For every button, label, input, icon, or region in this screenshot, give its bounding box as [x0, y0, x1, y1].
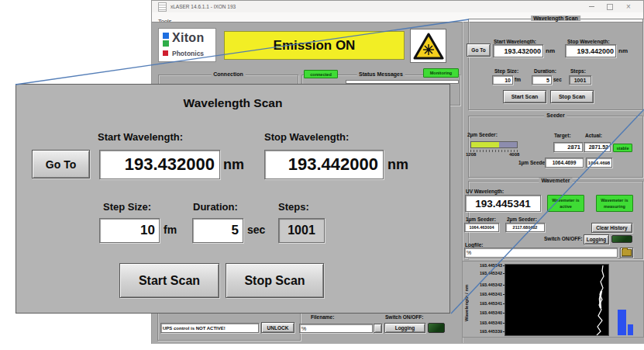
- maximize-icon: [607, 4, 613, 10]
- wavemeter-logging-led: [611, 235, 632, 243]
- logfile-label: Logfile:: [465, 242, 483, 248]
- seeder-scale-min: 1208: [466, 152, 476, 157]
- window-title: xLASER 14.6.1.1 - IXON 193: [170, 4, 236, 9]
- steps-label: Steps:: [570, 68, 586, 74]
- wavelength-scan-zoom-panel: Wavelength Scan Start Wavelength: Stop W…: [15, 84, 450, 314]
- duration-field[interactable]: 5: [532, 75, 552, 85]
- wavemeter-um2-field: 2117.680482: [505, 223, 545, 232]
- intensity-bar-1: [618, 310, 626, 335]
- stop-scan-button[interactable]: Stop Scan: [550, 90, 594, 103]
- seeder-scale-max: 4008: [509, 152, 519, 157]
- seeder-slider-label: 2µm Seeder:: [467, 132, 498, 137]
- zoom-start-wavelength-field[interactable]: 193.432000: [99, 150, 220, 179]
- seeder-um1-field-b: 1064.4698: [586, 158, 612, 168]
- chart-ytick: 193.445339: [465, 329, 505, 334]
- logfile-browse-button[interactable]: [620, 248, 633, 258]
- xiton-logo: Xiton Photonics: [158, 28, 216, 62]
- start-scan-button[interactable]: Start Scan: [503, 90, 546, 103]
- fileio-switch-label: Switch ON/OFF:: [385, 314, 423, 320]
- stop-wavelength-field[interactable]: 193.442000: [565, 44, 616, 57]
- wavelength-scan-title: Wavelength Scan: [531, 16, 580, 21]
- chart-ytick: 193.445342: [465, 282, 505, 287]
- clear-history-button[interactable]: Clear History: [591, 223, 632, 233]
- zoom-goto-button[interactable]: Go To: [32, 150, 90, 178]
- seeder-um1-label: 1µm Seeder:: [518, 160, 549, 165]
- wavemeter-logging-button[interactable]: Logging: [584, 234, 609, 244]
- chart-ytick: 193.445342: [465, 271, 505, 275]
- seeder-actual-label: Actual:: [585, 133, 602, 138]
- filename-label: Filename:: [311, 314, 334, 320]
- wavemeter-measuring-badge: Wavemeter is measuring: [596, 195, 633, 212]
- chart-ytick: 193.445340: [465, 310, 505, 315]
- minimize-button[interactable]: [586, 2, 597, 12]
- logo-blue-square: [163, 33, 169, 39]
- seeder-target-label: Target:: [554, 133, 571, 138]
- step-unit-label: fm: [515, 77, 521, 82]
- wavemeter-um1-field: 1064.463004: [464, 223, 499, 232]
- duration-label: Duration:: [534, 68, 556, 74]
- stop-unit-label: nm: [618, 47, 628, 54]
- zoom-duration-field[interactable]: 5: [192, 218, 243, 243]
- connection-title: Connection: [211, 71, 246, 77]
- chart-ytick: 193.445341: [465, 292, 505, 296]
- step-size-field[interactable]: 10: [492, 75, 513, 85]
- zoom-stop-scan-button[interactable]: Stop Scan: [226, 263, 324, 298]
- zoom-stop-wavelength-field[interactable]: 193.442000: [264, 150, 384, 179]
- zoom-step-size-label: Step Size:: [103, 201, 151, 213]
- laser-warning-box: [410, 29, 446, 63]
- zoom-duration-label: Duration:: [193, 201, 238, 213]
- seeder-slider[interactable]: [470, 141, 518, 148]
- chart-ytick: 193.445341: [465, 301, 505, 306]
- wavemeter-active-badge: Wavemeter is active: [547, 195, 584, 212]
- unlock-button[interactable]: UNLOCK: [261, 322, 294, 333]
- screenshot-stage: xLASER 14.6.1.1 - IXON 193 × Tools Xiton…: [0, 0, 644, 350]
- seeder-title: Seeder: [544, 113, 567, 118]
- emission-status-banner: Emission ON: [224, 31, 405, 60]
- logo-title: Xiton: [172, 31, 205, 45]
- filename-input[interactable]: %: [299, 324, 373, 333]
- title-bar: xLASER 14.6.1.1 - IXON 193 ×: [152, 1, 643, 12]
- zoom-steps-indicator: 1001: [278, 218, 325, 243]
- zoom-start-wavelength-label: Start Wavelength:: [98, 131, 183, 143]
- seeder-um1-field-a: 1064.4699: [545, 158, 584, 168]
- stable-badge: stable: [613, 144, 632, 152]
- connected-badge: connected: [304, 70, 338, 78]
- laser-warning-icon: [413, 32, 444, 61]
- zoom-stop-unit-label: nm: [387, 157, 408, 173]
- start-wavelength-field[interactable]: 193.432000: [493, 44, 543, 57]
- minimize-icon: [589, 6, 594, 7]
- goto-button[interactable]: Go To: [467, 43, 491, 57]
- filename-browse-button[interactable]: [374, 324, 382, 333]
- stop-wavelength-label: Stop Wavelength:: [567, 39, 610, 44]
- logo-subtitle: Photonics: [172, 50, 204, 57]
- zoom-step-size-field[interactable]: 10: [99, 218, 160, 243]
- zoom-start-unit-label: nm: [223, 157, 244, 173]
- zoom-panel-title: Wavelength Scan: [16, 96, 449, 110]
- close-button[interactable]: ×: [623, 2, 634, 12]
- seeder-actual-field: 2871.52: [584, 142, 611, 152]
- logo-red-square: [163, 50, 168, 56]
- duration-unit-label: sec: [553, 77, 562, 82]
- zoom-steps-label: Steps:: [278, 201, 309, 213]
- close-icon: ×: [626, 3, 631, 11]
- uv-wavelength-display: 193.445341: [465, 195, 541, 212]
- wavemeter-title: Wavemeter: [539, 178, 572, 183]
- zoom-start-scan-button[interactable]: Start Scan: [119, 263, 219, 298]
- step-size-label: Step Size:: [494, 68, 518, 74]
- wavemeter-um2-label: 2µm Seeder:: [507, 217, 537, 222]
- zoom-duration-unit-label: sec: [247, 224, 265, 236]
- wavelength-trace: [505, 265, 608, 335]
- logo-green-square: [163, 40, 169, 47]
- app-icon: [158, 2, 167, 12]
- maximize-button[interactable]: [604, 2, 615, 12]
- fileio-logging-button[interactable]: Logging: [384, 323, 425, 333]
- logfile-input[interactable]: %: [464, 248, 618, 258]
- wavelength-plot: [505, 264, 609, 336]
- steps-indicator: 1001: [569, 75, 591, 85]
- seeder-target-field[interactable]: 2871: [553, 142, 583, 152]
- start-wavelength-label: Start Wavelength:: [494, 39, 536, 44]
- chart-ytick: 193.445340: [465, 321, 505, 325]
- chart-ytick: 193.445343: [465, 263, 505, 268]
- wavemeter-switch-label: Switch ON/OFF:: [544, 236, 582, 241]
- intensity-bar-2: [628, 324, 633, 335]
